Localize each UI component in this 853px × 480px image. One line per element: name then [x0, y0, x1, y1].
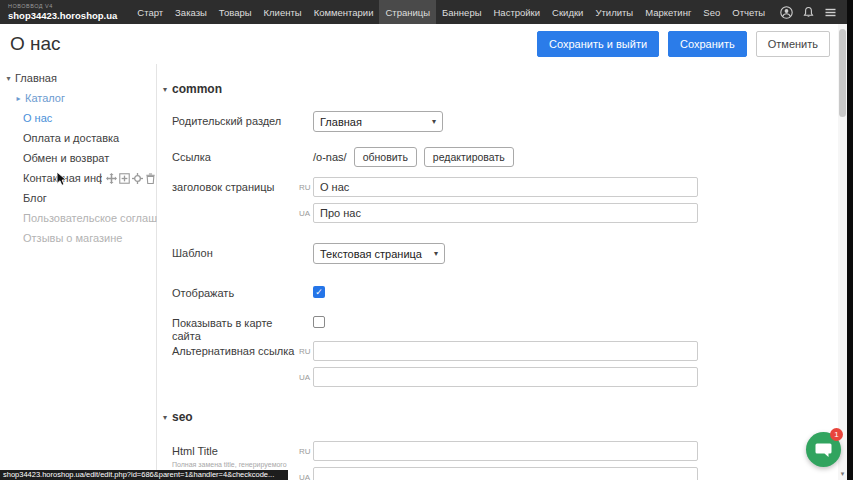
page-title-ru-input[interactable]: [313, 177, 698, 197]
section-title: seo: [172, 410, 193, 424]
display-label: Отображать: [172, 283, 299, 300]
nav-comments[interactable]: Комментарии: [308, 0, 380, 24]
lang-ua-label: UA: [299, 467, 313, 480]
nav-start[interactable]: Старт: [131, 0, 169, 24]
tree-item-about-us[interactable]: О нас: [0, 108, 156, 128]
page-edit-form: ▾ common Родительский раздел Главная ▾ С…: [157, 64, 839, 480]
nav-discounts[interactable]: Скидки: [546, 0, 589, 24]
hamburger-menu-icon[interactable]: [824, 6, 837, 19]
tree-item-label: О нас: [23, 112, 52, 124]
section-common-header[interactable]: ▾ common: [163, 82, 222, 96]
lang-ru-label: RU: [299, 441, 313, 461]
tree-item-actions: [106, 173, 156, 184]
collapse-arrow-icon: ▾: [163, 85, 167, 94]
save-button[interactable]: Сохранить: [668, 31, 747, 57]
save-and-exit-button[interactable]: Сохранить и выйти: [537, 31, 659, 57]
template-select[interactable]: Текстовая страница ▾: [313, 243, 445, 264]
tree-item-label: Контактная инфор: [23, 172, 102, 184]
cancel-button[interactable]: Отменить: [756, 31, 830, 57]
header-buttons: Сохранить и выйти Сохранить Отменить: [537, 31, 830, 57]
chat-unread-badge: 1: [830, 428, 843, 441]
browser-status-bar: shop34423.horoshop.ua/edit/edit.php?id=6…: [0, 470, 288, 480]
html-title-hint: Полная замена title, генерируемого: [172, 461, 299, 469]
tree-item-label: Обмен и возврат: [23, 152, 109, 164]
sitemap-label: Показывать в карте сайта: [172, 313, 299, 343]
vertical-scrollbar[interactable]: ▾: [838, 24, 847, 480]
tree-item-user-agreement[interactable]: Пользовательское соглашение: [0, 208, 156, 228]
nav-pages[interactable]: Страницы: [379, 0, 436, 24]
nav-banners[interactable]: Баннеры: [436, 0, 487, 24]
nav-products[interactable]: Товары: [213, 0, 258, 24]
display-checkbox[interactable]: ✓: [313, 286, 325, 298]
tree-item-label: Отзывы о магазине: [23, 232, 122, 244]
sitemap-checkbox[interactable]: [313, 316, 325, 328]
link-label: Ссылка: [172, 147, 299, 167]
chevron-down-icon[interactable]: ▾: [4, 74, 13, 83]
window-edge: [847, 0, 853, 480]
tree-item-payment-delivery[interactable]: Оплата и доставка: [0, 128, 156, 148]
user-account-icon[interactable]: [780, 6, 793, 19]
nav-reports[interactable]: Отчеты: [726, 0, 771, 24]
nav-utilities[interactable]: Утилиты: [589, 0, 639, 24]
parent-section-select[interactable]: Главная ▾: [313, 111, 443, 132]
logo-version-label: НОВОВВОД V4: [8, 4, 117, 10]
html-title-ua-input[interactable]: [313, 467, 698, 480]
alt-link-label: Альтернативная ссылка: [172, 341, 299, 393]
template-label: Шаблон: [172, 243, 299, 264]
page-title-ua-input[interactable]: [313, 203, 698, 223]
section-title: common: [172, 82, 222, 96]
nav-seo[interactable]: Seo: [697, 0, 726, 24]
collapse-arrow-icon: ▾: [163, 413, 167, 422]
lang-ru-label: RU: [299, 341, 313, 361]
page-title-field-label: заголовок страницы: [172, 177, 299, 229]
tree-item-exchange-return[interactable]: Обмен и возврат: [0, 148, 156, 168]
page-title: О нас: [10, 33, 61, 55]
tree-item-label: Главная: [15, 72, 57, 84]
nav-clients[interactable]: Клиенты: [258, 0, 308, 24]
alt-link-ua-input[interactable]: [313, 367, 698, 387]
parent-section-value: Главная: [320, 116, 362, 128]
html-title-ru-input[interactable]: [313, 441, 698, 461]
section-seo-header[interactable]: ▾ seo: [163, 410, 193, 424]
nav-orders[interactable]: Заказы: [169, 0, 213, 24]
refresh-link-button[interactable]: обновить: [354, 147, 417, 167]
tree-item-store-reviews[interactable]: Отзывы о магазине: [0, 228, 156, 248]
gear-settings-icon[interactable]: [132, 173, 143, 184]
nav-settings[interactable]: Настройки: [488, 0, 547, 24]
tree-item-home[interactable]: ▾ Главная: [0, 68, 156, 88]
tree-item-blog[interactable]: Блог: [0, 188, 156, 208]
chevron-down-icon: ▾: [422, 249, 438, 258]
scrollbar-down-arrow[interactable]: ▾: [838, 470, 847, 478]
template-value: Текстовая страница: [320, 248, 422, 260]
move-drag-icon[interactable]: [106, 173, 117, 184]
chevron-down-icon: ▾: [420, 117, 436, 126]
main-menu: Старт Заказы Товары Клиенты Комментарии …: [131, 0, 771, 24]
top-navigation-bar: НОВОВВОД V4 shop34423.horoshop.ua Старт …: [0, 0, 853, 24]
tree-item-contact-info[interactable]: Контактная инфор: [0, 168, 156, 188]
lang-ua-label: UA: [299, 203, 313, 223]
lang-ru-label: RU: [299, 177, 313, 197]
parent-section-label: Родительский раздел: [172, 111, 299, 132]
page-header: О нас Сохранить и выйти Сохранить Отмени…: [0, 24, 846, 64]
link-value: /o-nas/: [313, 147, 347, 163]
trash-delete-icon[interactable]: [145, 173, 156, 184]
add-page-icon[interactable]: [119, 173, 130, 184]
topbar-icons: [780, 6, 853, 19]
logo[interactable]: НОВОВВОД V4 shop34423.horoshop.ua: [0, 2, 117, 23]
chat-bubble-icon: [815, 442, 832, 458]
tree-item-label: Каталог: [25, 92, 65, 104]
nav-marketing[interactable]: Маркетинг: [639, 0, 697, 24]
chevron-right-icon[interactable]: ▸: [14, 94, 23, 103]
tree-item-label: Оплата и доставка: [23, 132, 119, 144]
logo-domain: shop34423.horoshop.ua: [8, 11, 117, 21]
notifications-bell-icon[interactable]: [802, 6, 815, 19]
tree-item-label: Блог: [23, 192, 47, 204]
alt-link-ru-input[interactable]: [313, 341, 698, 361]
tree-item-catalog[interactable]: ▸ Каталог: [0, 88, 156, 108]
pages-tree-sidebar: ▾ Главная ▸ Каталог О нас Оплата и доста…: [0, 64, 157, 480]
edit-link-button[interactable]: редактировать: [424, 147, 514, 167]
scrollbar-thumb[interactable]: [839, 29, 846, 117]
html-title-label-text: Html Title: [172, 445, 218, 457]
lang-ua-label: UA: [299, 367, 313, 387]
